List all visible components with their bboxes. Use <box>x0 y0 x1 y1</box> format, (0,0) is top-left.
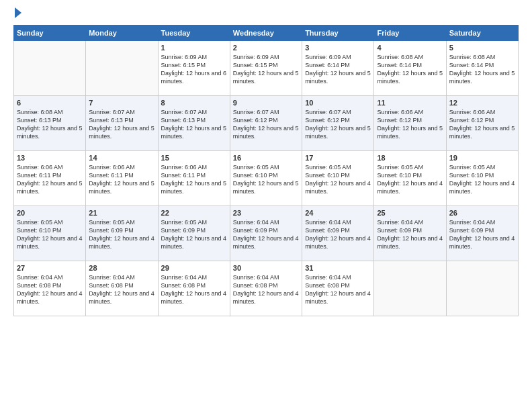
calendar-cell: 24Sunrise: 6:04 AM Sunset: 6:09 PM Dayli… <box>302 206 374 261</box>
day-info: Sunrise: 6:06 AM Sunset: 6:12 PM Dayligh… <box>449 108 515 141</box>
day-info: Sunrise: 6:04 AM Sunset: 6:09 PM Dayligh… <box>449 218 515 251</box>
logo <box>13 10 21 18</box>
weekday-header-thursday: Thursday <box>302 26 374 41</box>
day-number: 21 <box>89 209 154 217</box>
calendar-cell: 8Sunrise: 6:07 AM Sunset: 6:13 PM Daylig… <box>158 96 230 151</box>
calendar-cell: 3Sunrise: 6:09 AM Sunset: 6:14 PM Daylig… <box>302 41 374 96</box>
day-number: 9 <box>233 99 299 107</box>
day-number: 23 <box>233 209 299 217</box>
day-info: Sunrise: 6:04 AM Sunset: 6:09 PM Dayligh… <box>377 218 443 251</box>
day-number: 27 <box>17 264 83 272</box>
calendar-cell: 7Sunrise: 6:07 AM Sunset: 6:13 PM Daylig… <box>86 96 158 151</box>
day-number: 18 <box>377 154 443 162</box>
day-info: Sunrise: 6:06 AM Sunset: 6:12 PM Dayligh… <box>377 108 443 141</box>
calendar-cell: 23Sunrise: 6:04 AM Sunset: 6:09 PM Dayli… <box>230 206 302 261</box>
day-info: Sunrise: 6:07 AM Sunset: 6:12 PM Dayligh… <box>233 108 299 141</box>
calendar-cell: 13Sunrise: 6:06 AM Sunset: 6:11 PM Dayli… <box>14 151 86 206</box>
calendar-cell: 6Sunrise: 6:08 AM Sunset: 6:13 PM Daylig… <box>14 96 86 151</box>
weekday-header-tuesday: Tuesday <box>158 26 230 41</box>
day-number: 3 <box>305 44 371 52</box>
day-info: Sunrise: 6:09 AM Sunset: 6:14 PM Dayligh… <box>305 53 371 86</box>
day-info: Sunrise: 6:07 AM Sunset: 6:13 PM Dayligh… <box>89 108 154 141</box>
page: SundayMondayTuesdayWednesdayThursdayFrid… <box>0 0 532 411</box>
calendar-cell: 11Sunrise: 6:06 AM Sunset: 6:12 PM Dayli… <box>374 96 446 151</box>
calendar-cell: 21Sunrise: 6:05 AM Sunset: 6:09 PM Dayli… <box>86 206 158 261</box>
calendar-cell: 2Sunrise: 6:09 AM Sunset: 6:15 PM Daylig… <box>230 41 302 96</box>
calendar-cell: 10Sunrise: 6:07 AM Sunset: 6:12 PM Dayli… <box>302 96 374 151</box>
day-number: 31 <box>305 264 371 272</box>
calendar-cell <box>86 41 158 96</box>
calendar-header-row: SundayMondayTuesdayWednesdayThursdayFrid… <box>14 26 519 41</box>
calendar-cell: 5Sunrise: 6:08 AM Sunset: 6:14 PM Daylig… <box>446 41 518 96</box>
calendar-cell: 14Sunrise: 6:06 AM Sunset: 6:11 PM Dayli… <box>86 151 158 206</box>
calendar-cell <box>446 261 518 316</box>
day-info: Sunrise: 6:04 AM Sunset: 6:08 PM Dayligh… <box>161 273 227 306</box>
day-number: 7 <box>89 99 154 107</box>
day-info: Sunrise: 6:06 AM Sunset: 6:11 PM Dayligh… <box>89 163 154 196</box>
day-info: Sunrise: 6:04 AM Sunset: 6:08 PM Dayligh… <box>89 273 154 306</box>
day-number: 24 <box>305 209 371 217</box>
calendar-table: SundayMondayTuesdayWednesdayThursdayFrid… <box>13 25 519 316</box>
day-info: Sunrise: 6:06 AM Sunset: 6:11 PM Dayligh… <box>161 163 227 196</box>
day-number: 10 <box>305 99 371 107</box>
calendar-cell <box>14 41 86 96</box>
day-info: Sunrise: 6:06 AM Sunset: 6:11 PM Dayligh… <box>17 163 83 196</box>
day-info: Sunrise: 6:05 AM Sunset: 6:10 PM Dayligh… <box>449 163 515 196</box>
weekday-header-friday: Friday <box>374 26 446 41</box>
day-info: Sunrise: 6:05 AM Sunset: 6:10 PM Dayligh… <box>377 163 443 196</box>
day-info: Sunrise: 6:08 AM Sunset: 6:14 PM Dayligh… <box>377 53 443 86</box>
day-number: 25 <box>377 209 443 217</box>
day-number: 2 <box>233 44 299 52</box>
calendar-cell: 20Sunrise: 6:05 AM Sunset: 6:10 PM Dayli… <box>14 206 86 261</box>
calendar-cell: 27Sunrise: 6:04 AM Sunset: 6:08 PM Dayli… <box>14 261 86 316</box>
calendar-cell: 15Sunrise: 6:06 AM Sunset: 6:11 PM Dayli… <box>158 151 230 206</box>
calendar-week-row: 27Sunrise: 6:04 AM Sunset: 6:08 PM Dayli… <box>14 261 519 316</box>
day-number: 12 <box>449 99 515 107</box>
day-number: 8 <box>161 99 227 107</box>
calendar-cell: 25Sunrise: 6:04 AM Sunset: 6:09 PM Dayli… <box>374 206 446 261</box>
logo-triangle-icon <box>15 7 21 18</box>
day-number: 22 <box>161 209 227 217</box>
day-info: Sunrise: 6:07 AM Sunset: 6:13 PM Dayligh… <box>161 108 227 141</box>
calendar-cell: 30Sunrise: 6:04 AM Sunset: 6:08 PM Dayli… <box>230 261 302 316</box>
calendar-cell: 17Sunrise: 6:05 AM Sunset: 6:10 PM Dayli… <box>302 151 374 206</box>
day-info: Sunrise: 6:04 AM Sunset: 6:08 PM Dayligh… <box>233 273 299 306</box>
day-info: Sunrise: 6:09 AM Sunset: 6:15 PM Dayligh… <box>233 53 299 86</box>
calendar-cell: 9Sunrise: 6:07 AM Sunset: 6:12 PM Daylig… <box>230 96 302 151</box>
day-info: Sunrise: 6:04 AM Sunset: 6:08 PM Dayligh… <box>17 273 83 306</box>
day-number: 15 <box>161 154 227 162</box>
calendar-cell: 18Sunrise: 6:05 AM Sunset: 6:10 PM Dayli… <box>374 151 446 206</box>
calendar-cell: 31Sunrise: 6:04 AM Sunset: 6:08 PM Dayli… <box>302 261 374 316</box>
calendar-cell: 4Sunrise: 6:08 AM Sunset: 6:14 PM Daylig… <box>374 41 446 96</box>
day-number: 19 <box>449 154 515 162</box>
day-number: 26 <box>449 209 515 217</box>
weekday-header-monday: Monday <box>86 26 158 41</box>
calendar-week-row: 6Sunrise: 6:08 AM Sunset: 6:13 PM Daylig… <box>14 96 519 151</box>
calendar-cell: 16Sunrise: 6:05 AM Sunset: 6:10 PM Dayli… <box>230 151 302 206</box>
day-number: 20 <box>17 209 83 217</box>
day-info: Sunrise: 6:07 AM Sunset: 6:12 PM Dayligh… <box>305 108 371 141</box>
day-info: Sunrise: 6:08 AM Sunset: 6:13 PM Dayligh… <box>17 108 83 141</box>
day-info: Sunrise: 6:09 AM Sunset: 6:15 PM Dayligh… <box>161 53 227 86</box>
day-number: 13 <box>17 154 83 162</box>
day-number: 28 <box>89 264 154 272</box>
day-number: 5 <box>449 44 515 52</box>
day-info: Sunrise: 6:04 AM Sunset: 6:09 PM Dayligh… <box>233 218 299 251</box>
header <box>13 10 519 18</box>
calendar-cell: 12Sunrise: 6:06 AM Sunset: 6:12 PM Dayli… <box>446 96 518 151</box>
calendar-week-row: 1Sunrise: 6:09 AM Sunset: 6:15 PM Daylig… <box>14 41 519 96</box>
calendar-cell: 1Sunrise: 6:09 AM Sunset: 6:15 PM Daylig… <box>158 41 230 96</box>
day-info: Sunrise: 6:05 AM Sunset: 6:10 PM Dayligh… <box>305 163 371 196</box>
day-number: 30 <box>233 264 299 272</box>
day-info: Sunrise: 6:05 AM Sunset: 6:09 PM Dayligh… <box>89 218 154 251</box>
day-info: Sunrise: 6:05 AM Sunset: 6:10 PM Dayligh… <box>233 163 299 196</box>
day-info: Sunrise: 6:08 AM Sunset: 6:14 PM Dayligh… <box>449 53 515 86</box>
calendar-cell: 29Sunrise: 6:04 AM Sunset: 6:08 PM Dayli… <box>158 261 230 316</box>
day-info: Sunrise: 6:04 AM Sunset: 6:09 PM Dayligh… <box>305 218 371 251</box>
day-number: 11 <box>377 99 443 107</box>
weekday-header-saturday: Saturday <box>446 26 518 41</box>
calendar-cell: 28Sunrise: 6:04 AM Sunset: 6:08 PM Dayli… <box>86 261 158 316</box>
day-number: 17 <box>305 154 371 162</box>
weekday-header-sunday: Sunday <box>14 26 86 41</box>
calendar-cell: 22Sunrise: 6:05 AM Sunset: 6:09 PM Dayli… <box>158 206 230 261</box>
